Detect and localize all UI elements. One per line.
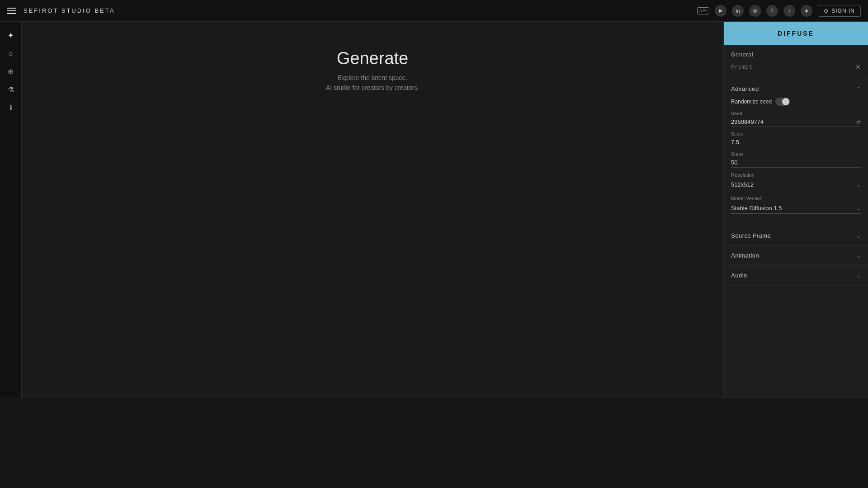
seed-field-group: Seed ⇄ xyxy=(731,111,861,127)
topnav-right: API ▶ in ◎ 𝕏 ♪ ◈ ⊙ SIGN IN xyxy=(697,5,861,17)
randomize-seed-toggle[interactable] xyxy=(775,98,790,106)
seed-input[interactable] xyxy=(731,117,861,127)
youtube-icon[interactable]: ▶ xyxy=(715,5,726,17)
source-frame-header[interactable]: Source Frame ⌄ xyxy=(731,232,861,239)
seed-label: Seed xyxy=(731,111,861,116)
top-navigation: SEFIROT STUDIO BETA API ▶ in ◎ 𝕏 ♪ ◈ ⊙ S… xyxy=(0,0,868,22)
source-frame-chevron-icon: ⌄ xyxy=(856,233,861,239)
resolution-chevron-icon: ⌄ xyxy=(856,182,861,188)
diffuse-button[interactable]: DIFFUSE xyxy=(724,22,868,45)
prompt-row: ✕ xyxy=(731,61,861,72)
bottom-region xyxy=(0,398,868,488)
twitter-icon[interactable]: 𝕏 xyxy=(766,5,778,17)
source-frame-label: Source Frame xyxy=(731,232,771,239)
main-layout: ✦ ⌕ ⊕ ⚗ ℹ Generate Explore the latent sp… xyxy=(0,22,868,398)
user-icon: ⊙ xyxy=(824,8,829,14)
resolution-label: Resolution xyxy=(731,172,861,178)
sidebar-item-info[interactable]: ℹ xyxy=(3,99,19,116)
resolution-value: 512x512 xyxy=(731,181,754,188)
toggle-knob xyxy=(782,98,789,105)
discord-icon[interactable]: ◈ xyxy=(801,5,812,17)
canvas-area: Generate Explore the latent space. AI st… xyxy=(22,22,723,398)
scale-field-row xyxy=(731,137,861,147)
sign-in-label: SIGN IN xyxy=(831,8,855,14)
api-badge[interactable]: API xyxy=(697,7,710,14)
scale-label: Scale xyxy=(731,131,861,136)
left-sidebar: ✦ ⌕ ⊕ ⚗ ℹ xyxy=(0,22,22,398)
page-title: Generate xyxy=(337,49,408,68)
randomize-seed-row: Randomize seed xyxy=(731,98,861,106)
advanced-section: Advanced ⌃ Randomize seed Seed ⇄ S xyxy=(724,79,868,226)
general-section: General ✕ xyxy=(724,45,868,79)
animation-label: Animation xyxy=(731,252,759,259)
sidebar-item-link[interactable]: ⊕ xyxy=(3,63,19,80)
advanced-label: Advanced xyxy=(731,85,759,92)
resolution-select-row: Resolution 512x512 ⌄ xyxy=(731,172,861,190)
model-version-chevron-icon: ⌄ xyxy=(856,205,861,211)
audio-section: Audio ⌄ xyxy=(724,266,868,286)
animation-chevron-icon: ⌄ xyxy=(856,253,861,259)
right-panel: DIFFUSE General ✕ Advanced ⌃ Randomize s… xyxy=(723,22,868,398)
steps-input[interactable] xyxy=(731,158,861,168)
randomize-seed-label: Randomize seed xyxy=(731,99,772,105)
resolution-select[interactable]: 512x512 ⌄ xyxy=(731,179,861,190)
page-subtitle-2: AI studio for creators by creators. xyxy=(326,83,419,93)
linkedin-icon[interactable]: in xyxy=(732,5,744,17)
menu-button[interactable] xyxy=(7,6,16,15)
model-version-select[interactable]: Stable Diffusion 1.5 ⌄ xyxy=(731,203,861,214)
audio-header[interactable]: Audio ⌄ xyxy=(731,272,861,279)
topnav-left: SEFIROT STUDIO BETA xyxy=(7,6,115,15)
sidebar-item-wand[interactable]: ✦ xyxy=(3,27,19,43)
advanced-section-header[interactable]: Advanced ⌃ xyxy=(731,85,861,92)
model-version-select-row: Model Version Stable Diffusion 1.5 ⌄ xyxy=(731,196,861,214)
prompt-clear-button[interactable]: ✕ xyxy=(855,63,861,70)
seed-regenerate-icon[interactable]: ⇄ xyxy=(856,119,861,125)
scale-input[interactable] xyxy=(731,137,861,147)
model-version-label: Model Version xyxy=(731,196,861,201)
instagram-icon[interactable]: ◎ xyxy=(749,5,761,17)
advanced-chevron-icon: ⌃ xyxy=(856,86,861,92)
audio-label: Audio xyxy=(731,272,747,279)
steps-label: Steps xyxy=(731,152,861,157)
audio-chevron-icon: ⌄ xyxy=(856,272,861,279)
tiktok-icon[interactable]: ♪ xyxy=(783,5,795,17)
animation-header[interactable]: Animation ⌄ xyxy=(731,252,861,259)
sidebar-item-search[interactable]: ⌕ xyxy=(3,45,19,61)
source-frame-section: Source Frame ⌄ xyxy=(724,226,868,246)
brand-name: SEFIROT STUDIO BETA xyxy=(24,7,115,14)
page-subtitle-1: Explore the latent space. xyxy=(338,73,407,83)
steps-field-group: Steps xyxy=(731,152,861,168)
model-version-value: Stable Diffusion 1.5 xyxy=(731,205,782,211)
sign-in-button[interactable]: ⊙ SIGN IN xyxy=(818,5,861,17)
seed-field-row: ⇄ xyxy=(731,117,861,127)
prompt-input[interactable] xyxy=(731,61,861,72)
scale-field-group: Scale xyxy=(731,131,861,147)
general-label: General xyxy=(731,52,861,58)
steps-field-row xyxy=(731,158,861,168)
animation-section: Animation ⌄ xyxy=(724,246,868,266)
sidebar-item-flask[interactable]: ⚗ xyxy=(3,81,19,98)
